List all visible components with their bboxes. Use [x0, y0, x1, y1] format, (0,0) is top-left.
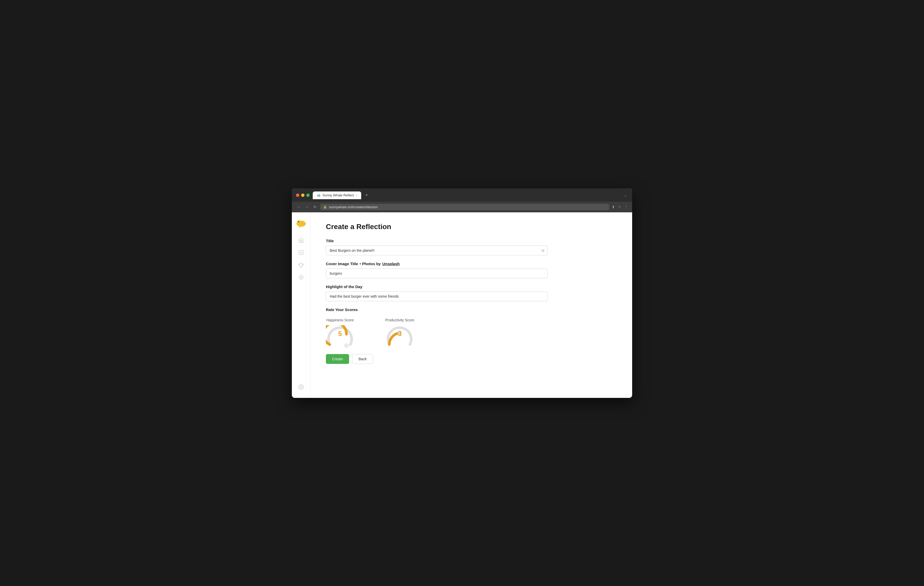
happiness-value: 5 [338, 330, 342, 338]
cover-label-row: Cover Image Title • Photos by Unsplash [326, 262, 617, 266]
title-input-icon: ⊞ [541, 249, 544, 253]
happiness-dial[interactable]: 5 [326, 325, 354, 346]
productivity-value: 3 [398, 330, 401, 338]
svg-marker-7 [300, 276, 302, 278]
cover-section: Cover Image Title • Photos by Unsplash [326, 262, 617, 278]
page: Create a Reflection Title ⊞ Cover Image … [292, 212, 632, 398]
happiness-score-label: Happiness Score [327, 318, 354, 322]
tab-title: Sunny Whale Reflect [323, 193, 354, 197]
productivity-dial[interactable]: 3 [385, 325, 414, 346]
svg-point-8 [300, 386, 302, 388]
button-row: Create Back [326, 354, 617, 364]
active-tab[interactable]: 🐋 Sunny Whale Reflect × [313, 191, 361, 199]
title-label: Title [326, 239, 617, 243]
productivity-score-label: Productivity Score [385, 318, 414, 322]
highlight-input-wrapper [326, 291, 548, 301]
highlight-input[interactable] [326, 291, 548, 301]
svg-point-2 [298, 221, 299, 222]
title-input-wrapper: ⊞ [326, 245, 548, 255]
maximize-dot[interactable] [306, 194, 310, 197]
tab-close-button[interactable]: × [356, 194, 357, 197]
sidebar-item-new[interactable] [295, 247, 307, 258]
svg-point-1 [297, 221, 301, 224]
url-text: sunnywhale.in/#/create/reflection [329, 205, 378, 209]
more-icon[interactable]: ⋮ [624, 205, 628, 209]
main-content: Create a Reflection Title ⊞ Cover Image … [310, 212, 632, 398]
highlight-label: Highlight of the Day [326, 285, 617, 289]
sidebar-item-play[interactable] [295, 272, 307, 283]
happiness-score-item: Happiness Score 5 [326, 318, 354, 346]
tab-bar: 🐋 Sunny Whale Reflect × + ⌄ [313, 191, 628, 199]
svg-point-9 [345, 344, 348, 347]
tab-dropdown-icon[interactable]: ⌄ [623, 192, 628, 198]
sidebar-item-settings[interactable] [295, 381, 307, 393]
back-button[interactable]: ← [296, 204, 302, 209]
highlight-section: Highlight of the Day [326, 285, 617, 301]
sidebar-item-home[interactable] [295, 234, 307, 246]
sidebar-logo [295, 216, 308, 229]
star-icon[interactable]: ☆ [618, 205, 621, 209]
browser-window: 🐋 Sunny Whale Reflect × + ⌄ ← → ↻ 🔒 sunn… [292, 188, 632, 398]
url-bar[interactable]: 🔒 sunnywhale.in/#/create/reflection [320, 204, 609, 210]
unsplash-link[interactable]: Unsplash [382, 262, 400, 266]
cover-input-wrapper [326, 268, 548, 278]
title-input[interactable] [326, 245, 548, 255]
scores-label: Rate Your Scores [326, 308, 617, 312]
scores-row: Happiness Score 5 [326, 318, 617, 346]
sidebar [292, 212, 310, 398]
cover-input[interactable] [326, 268, 548, 278]
lock-icon: 🔒 [323, 206, 327, 209]
tab-favicon: 🐋 [316, 193, 320, 198]
address-bar: ← → ↻ 🔒 sunnywhale.in/#/create/reflectio… [292, 202, 632, 212]
title-section: Title ⊞ [326, 239, 617, 255]
forward-button[interactable]: → [304, 204, 310, 209]
new-tab-button[interactable]: + [363, 191, 370, 199]
share-icon[interactable]: ⬆ [612, 205, 615, 209]
close-dot[interactable] [296, 194, 299, 197]
title-bar: 🐋 Sunny Whale Reflect × + ⌄ [292, 188, 632, 202]
sidebar-item-trophy[interactable] [295, 259, 307, 271]
create-button[interactable]: Create [326, 354, 349, 364]
scores-section: Rate Your Scores Happiness Score [326, 308, 617, 346]
minimize-dot[interactable] [301, 194, 304, 197]
refresh-button[interactable]: ↻ [312, 204, 318, 209]
page-title: Create a Reflection [326, 223, 617, 231]
window-controls [296, 194, 310, 197]
cover-photos-by: • Photos by [360, 262, 381, 266]
address-bar-actions: ⬆ ☆ ⋮ [612, 205, 628, 209]
back-button[interactable]: Back [352, 354, 373, 364]
cover-label: Cover Image Title [326, 262, 358, 266]
productivity-score-item: Productivity Score 3 [385, 318, 414, 346]
